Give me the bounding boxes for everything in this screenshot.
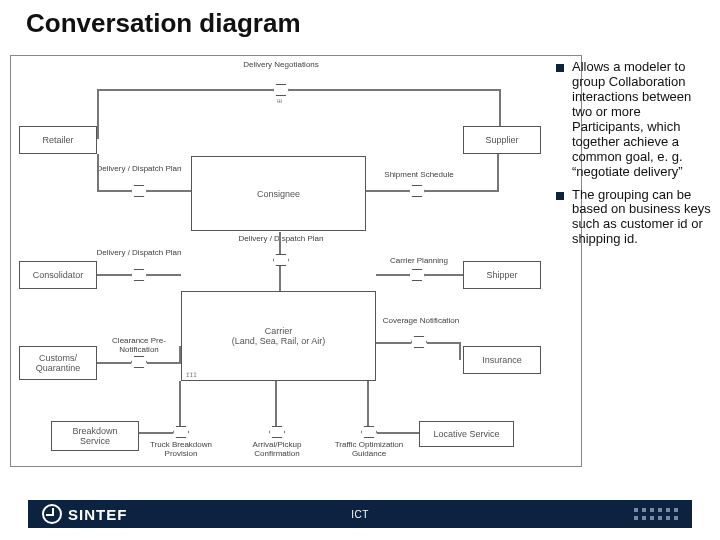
conv-label-dd1: Delivery / Dispatch Plan [94,164,184,173]
line [279,266,281,291]
footer-bar: SINTEF ICT [28,500,692,528]
conv-carrier-plan [409,269,425,281]
bullet-list: Allows a modeler to group Collaboration … [556,60,714,255]
conv-label-ship: Shipment Schedule [374,170,464,179]
footer-ict-text: ICT [351,509,369,520]
line [459,342,461,360]
participant-customs: Customs/ Quarantine [19,346,97,380]
line [147,362,179,364]
conv-coverage [411,336,427,348]
conv-label-dd2: Delivery / Dispatch Plan [94,248,184,257]
line [97,89,99,139]
conv-label-delivery-neg: Delivery Negotiations [236,60,326,69]
bullet-1: Allows a modeler to group Collaboration … [556,60,714,180]
line [499,89,501,126]
line [427,342,461,344]
conv-label-carrierplan: Carrier Planning [374,256,464,265]
line [147,190,191,192]
conv-label-coverage: Coverage Notification [376,316,466,325]
dot-grid-icon [634,508,678,520]
bullet-2: The grouping can be based on business ke… [556,188,714,248]
line [97,274,131,276]
conv-label-clearance: Clearance Pre- Notification [94,336,184,354]
line [376,342,411,344]
brand: SINTEF [42,504,127,524]
conv-arrival [269,426,285,438]
participant-supplier: Supplier [463,126,541,154]
conv-traffic [361,426,377,438]
conv-dd-plan-1 [131,185,147,197]
conv-label-ddcenter: Delivery / Dispatch Plan [236,234,326,243]
line [97,190,131,192]
conv-clearance [131,356,147,368]
carrier-label: Carrier (Land, Sea, Rail, or Air) [232,326,326,346]
line [367,381,369,426]
participant-insurance: Insurance [463,346,541,374]
line [275,381,277,426]
line [179,381,181,426]
line [289,89,501,91]
line [425,274,463,276]
line [147,274,181,276]
conv-dd-plan-center [273,254,289,266]
line [497,154,499,192]
line [97,89,273,91]
line [279,232,281,254]
line [179,346,181,364]
participant-locative: Locative Service [419,421,514,447]
conv-label-traffic: Traffic Optimization Guidance [324,440,414,458]
participant-breakdown: Breakdown Service [51,421,139,451]
conv-ship-sched [409,185,425,197]
line [376,274,409,276]
line [139,432,173,434]
participant-shipper: Shipper [463,261,541,289]
line [377,432,419,434]
participant-consignee: Consignee [191,156,366,231]
participant-retailer: Retailer [19,126,97,154]
conv-dd-plan-2 [131,269,147,281]
line [97,154,99,192]
conv-truck-breakdown [173,426,189,438]
sintef-logo-icon [42,504,62,524]
participant-carrier: Carrier (Land, Sea, Rail, or Air) III [181,291,376,381]
conv-label-tb: Truck Breakdown Provision [136,440,226,458]
brand-text: SINTEF [68,506,127,523]
conv-delivery-neg [273,84,289,96]
line [366,190,409,192]
line [97,362,131,364]
conversation-diagram: Retailer Supplier Consignee Consolidator… [10,55,582,467]
participant-consolidator: Consolidator [19,261,97,289]
slide-title: Conversation diagram [26,8,301,39]
line [425,190,499,192]
conv-label-arrival: Arrival/Pickup Confirmation [232,440,322,458]
